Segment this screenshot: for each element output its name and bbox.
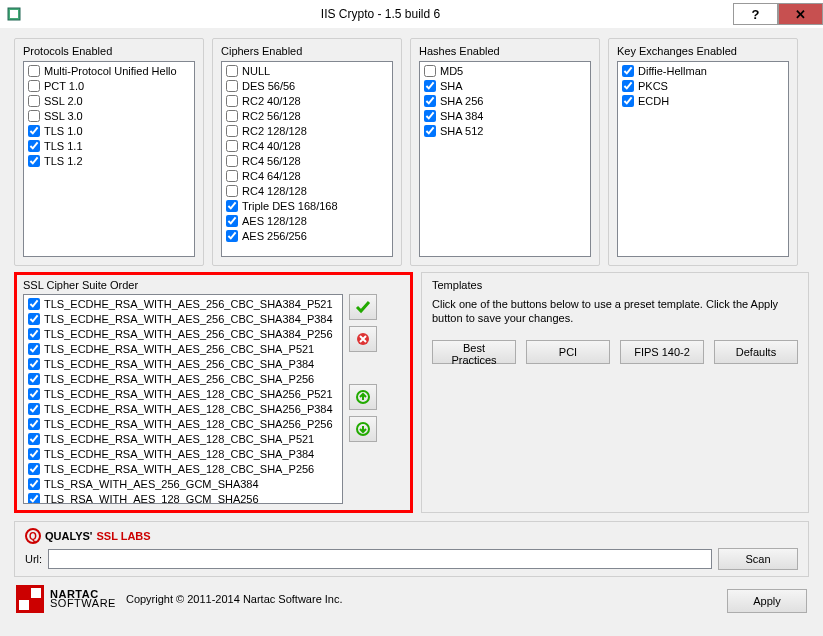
cipher-checkbox[interactable] xyxy=(226,215,238,227)
protocol-item[interactable]: Multi-Protocol Unified Hello xyxy=(25,63,193,78)
hash-item[interactable]: SHA xyxy=(421,78,589,93)
cipher-suite-item[interactable]: TLS_ECDHE_RSA_WITH_AES_128_CBC_SHA256_P2… xyxy=(25,416,341,431)
cipher-checkbox[interactable] xyxy=(226,230,238,242)
cipher-checkbox[interactable] xyxy=(226,140,238,152)
cipher-item[interactable]: DES 56/56 xyxy=(223,78,391,93)
url-input[interactable] xyxy=(48,549,712,569)
protocol-item[interactable]: TLS 1.0 xyxy=(25,123,193,138)
move-down-button[interactable] xyxy=(349,416,377,442)
cipher-item[interactable]: RC4 128/128 xyxy=(223,183,391,198)
key-exchange-item[interactable]: PKCS xyxy=(619,78,787,93)
hash-checkbox[interactable] xyxy=(424,80,436,92)
cipher-checkbox[interactable] xyxy=(226,80,238,92)
best-practices-button[interactable]: Best Practices xyxy=(432,340,516,364)
hash-checkbox[interactable] xyxy=(424,110,436,122)
cipher-checkbox[interactable] xyxy=(226,155,238,167)
cipher-item[interactable]: RC4 64/128 xyxy=(223,168,391,183)
cipher-suite-checkbox[interactable] xyxy=(28,313,40,325)
cipher-suite-checkbox[interactable] xyxy=(28,328,40,340)
cipher-suite-checkbox[interactable] xyxy=(28,403,40,415)
cipher-suite-checkbox[interactable] xyxy=(28,373,40,385)
key-exchange-item[interactable]: Diffie-Hellman xyxy=(619,63,787,78)
cipher-suite-item[interactable]: TLS_ECDHE_RSA_WITH_AES_128_CBC_SHA_P521 xyxy=(25,431,341,446)
hash-item[interactable]: SHA 512 xyxy=(421,123,589,138)
cipher-item[interactable]: RC2 128/128 xyxy=(223,123,391,138)
key-exchanges-list[interactable]: Diffie-HellmanPKCSECDH xyxy=(617,61,789,257)
apply-button[interactable]: Apply xyxy=(727,589,807,613)
cipher-checkbox[interactable] xyxy=(226,125,238,137)
protocol-checkbox[interactable] xyxy=(28,95,40,107)
protocol-checkbox[interactable] xyxy=(28,80,40,92)
cipher-checkbox[interactable] xyxy=(226,65,238,77)
protocol-checkbox[interactable] xyxy=(28,155,40,167)
key-exchange-checkbox[interactable] xyxy=(622,65,634,77)
cipher-checkbox[interactable] xyxy=(226,95,238,107)
cipher-item[interactable]: RC4 40/128 xyxy=(223,138,391,153)
cipher-checkbox[interactable] xyxy=(226,185,238,197)
cipher-suite-item[interactable]: TLS_ECDHE_RSA_WITH_AES_128_CBC_SHA256_P5… xyxy=(25,386,341,401)
cipher-suite-checkbox[interactable] xyxy=(28,493,40,505)
cipher-suite-checkbox[interactable] xyxy=(28,463,40,475)
cipher-checkbox[interactable] xyxy=(226,200,238,212)
cipher-suite-checkbox[interactable] xyxy=(28,418,40,430)
key-exchange-checkbox[interactable] xyxy=(622,95,634,107)
protocols-list[interactable]: Multi-Protocol Unified HelloPCT 1.0SSL 2… xyxy=(23,61,195,257)
help-button[interactable]: ? xyxy=(733,3,778,25)
protocol-item[interactable]: TLS 1.2 xyxy=(25,153,193,168)
cipher-item[interactable]: RC2 56/128 xyxy=(223,108,391,123)
cipher-suite-item[interactable]: TLS_ECDHE_RSA_WITH_AES_256_CBC_SHA384_P3… xyxy=(25,311,341,326)
cipher-item[interactable]: Triple DES 168/168 xyxy=(223,198,391,213)
ciphers-list[interactable]: NULLDES 56/56RC2 40/128RC2 56/128RC2 128… xyxy=(221,61,393,257)
cipher-checkbox[interactable] xyxy=(226,170,238,182)
cipher-suite-checkbox[interactable] xyxy=(28,358,40,370)
hash-checkbox[interactable] xyxy=(424,95,436,107)
cipher-order-list[interactable]: TLS_ECDHE_RSA_WITH_AES_256_CBC_SHA384_P5… xyxy=(23,294,343,504)
protocol-item[interactable]: SSL 2.0 xyxy=(25,93,193,108)
cipher-item[interactable]: NULL xyxy=(223,63,391,78)
move-up-button[interactable] xyxy=(349,384,377,410)
cipher-suite-checkbox[interactable] xyxy=(28,448,40,460)
uncheck-all-button[interactable] xyxy=(349,326,377,352)
hashes-list[interactable]: MD5SHASHA 256SHA 384SHA 512 xyxy=(419,61,591,257)
defaults-button[interactable]: Defaults xyxy=(714,340,798,364)
cipher-suite-item[interactable]: TLS_RSA_WITH_AES_256_GCM_SHA384 xyxy=(25,476,341,491)
cipher-item[interactable]: RC2 40/128 xyxy=(223,93,391,108)
fips-button[interactable]: FIPS 140-2 xyxy=(620,340,704,364)
hash-item[interactable]: SHA 384 xyxy=(421,108,589,123)
hash-checkbox[interactable] xyxy=(424,125,436,137)
cipher-suite-item[interactable]: TLS_ECDHE_RSA_WITH_AES_256_CBC_SHA_P384 xyxy=(25,356,341,371)
hash-item[interactable]: MD5 xyxy=(421,63,589,78)
cipher-suite-item[interactable]: TLS_ECDHE_RSA_WITH_AES_256_CBC_SHA384_P2… xyxy=(25,326,341,341)
cipher-suite-item[interactable]: TLS_ECDHE_RSA_WITH_AES_256_CBC_SHA384_P5… xyxy=(25,296,341,311)
cipher-suite-item[interactable]: TLS_ECDHE_RSA_WITH_AES_128_CBC_SHA256_P3… xyxy=(25,401,341,416)
cipher-item[interactable]: AES 128/128 xyxy=(223,213,391,228)
key-exchange-item[interactable]: ECDH xyxy=(619,93,787,108)
hash-item[interactable]: SHA 256 xyxy=(421,93,589,108)
protocol-item[interactable]: SSL 3.0 xyxy=(25,108,193,123)
cipher-suite-checkbox[interactable] xyxy=(28,388,40,400)
protocol-item[interactable]: TLS 1.1 xyxy=(25,138,193,153)
protocol-checkbox[interactable] xyxy=(28,140,40,152)
cipher-suite-item[interactable]: TLS_ECDHE_RSA_WITH_AES_256_CBC_SHA_P256 xyxy=(25,371,341,386)
cipher-suite-item[interactable]: TLS_RSA_WITH_AES_128_GCM_SHA256 xyxy=(25,491,341,504)
cipher-suite-checkbox[interactable] xyxy=(28,433,40,445)
pci-button[interactable]: PCI xyxy=(526,340,610,364)
check-all-button[interactable] xyxy=(349,294,377,320)
cipher-suite-checkbox[interactable] xyxy=(28,478,40,490)
cipher-item[interactable]: AES 256/256 xyxy=(223,228,391,243)
close-button[interactable]: ✕ xyxy=(778,3,823,25)
protocol-checkbox[interactable] xyxy=(28,125,40,137)
cipher-suite-checkbox[interactable] xyxy=(28,343,40,355)
key-exchange-checkbox[interactable] xyxy=(622,80,634,92)
hash-checkbox[interactable] xyxy=(424,65,436,77)
cipher-suite-item[interactable]: TLS_ECDHE_RSA_WITH_AES_256_CBC_SHA_P521 xyxy=(25,341,341,356)
protocol-checkbox[interactable] xyxy=(28,110,40,122)
scan-button[interactable]: Scan xyxy=(718,548,798,570)
protocol-checkbox[interactable] xyxy=(28,65,40,77)
cipher-item[interactable]: RC4 56/128 xyxy=(223,153,391,168)
cipher-suite-checkbox[interactable] xyxy=(28,298,40,310)
protocol-item[interactable]: PCT 1.0 xyxy=(25,78,193,93)
cipher-checkbox[interactable] xyxy=(226,110,238,122)
cipher-suite-item[interactable]: TLS_ECDHE_RSA_WITH_AES_128_CBC_SHA_P256 xyxy=(25,461,341,476)
cipher-suite-item[interactable]: TLS_ECDHE_RSA_WITH_AES_128_CBC_SHA_P384 xyxy=(25,446,341,461)
